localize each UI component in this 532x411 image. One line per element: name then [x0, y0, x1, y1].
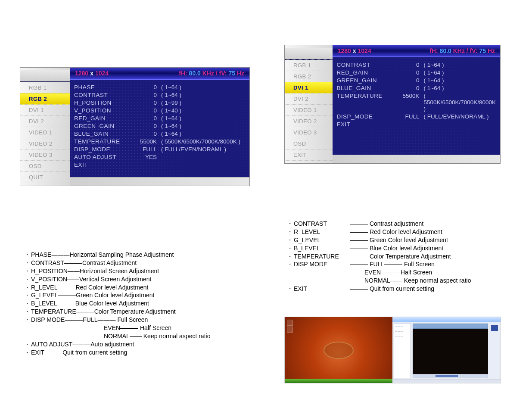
setting-name: EXIT [74, 162, 137, 168]
desc-dash: ——— [72, 340, 90, 349]
nav-item-video-1[interactable]: VIDEO 1 [20, 127, 70, 138]
setting-row-temperature[interactable]: TEMPERATURE5500K( 5500K/6500K/7000K/8000… [337, 92, 496, 112]
desc-dash: —— [67, 275, 79, 283]
nav-item-rgb-1[interactable]: RGB 1 [285, 59, 333, 71]
desc-term: G_LEVEL [31, 291, 58, 299]
nav-item-video-2[interactable]: VIDEO 2 [20, 138, 70, 149]
fh-unit: KHz / fV: [202, 70, 227, 77]
setting-row-red-gain[interactable]: RED_GAIN0( 1~64 ) [74, 114, 245, 122]
setting-name: GREEN_GAIN [337, 77, 400, 84]
fv-unit: Hz [488, 47, 495, 54]
setting-name: RED_GAIN [74, 115, 137, 121]
desc-dash: ——— [64, 259, 82, 267]
setting-row-exit[interactable]: EXIT [337, 120, 496, 128]
desc-line: EVEN——— Half Screen [24, 324, 265, 332]
setting-row-h-position[interactable]: H_POSITION0( 1~99 ) [74, 99, 245, 106]
setting-range: ( 1~64 ) [161, 92, 245, 98]
desc-line: ・V_POSITION—— Vertical Screen Adjustment [24, 275, 265, 283]
setting-row-temperature[interactable]: TEMPERATURE5500K( 5500K/6500K/7000K/8000… [74, 137, 245, 145]
fh-unit: KHz / fV: [453, 47, 478, 54]
desc-term: PHASE [31, 251, 51, 259]
nav-item-rgb-1[interactable]: RGB 1 [20, 82, 70, 93]
nav-item-rgb-2[interactable]: RGB 2 [20, 93, 70, 105]
desc-term: EXIT [294, 285, 350, 293]
desc-text: ——— Blue Color level Adjustment [350, 244, 443, 252]
setting-value: 0 [137, 123, 161, 129]
nav-item-osd[interactable]: OSD [285, 138, 333, 149]
desc-text: ——— Contrast adjustment [350, 220, 423, 228]
setting-row-disp-mode[interactable]: DISP_MODEFULL( FULL/EVEN/NORAML ) [337, 112, 496, 120]
setting-range: ( 5500K/6500K/7000K/8000K ) [424, 93, 496, 112]
setting-row-contrast[interactable]: CONTRAST0( 1~64 ) [74, 91, 245, 99]
nav-item-video-3[interactable]: VIDEO 3 [285, 127, 333, 138]
setting-row-auto-adjust[interactable]: AUTO ADJUSTYES [74, 153, 245, 161]
nav-item-video-3[interactable]: VIDEO 3 [20, 149, 70, 161]
desc-term: AUTO ADJUST [31, 340, 72, 349]
osd-nav-list-2: RGB 1RGB 2DVI 1DVI 2VIDEO 1VIDEO 2VIDEO … [285, 60, 333, 161]
osd-panel-rgb2: RGB 1RGB 2DVI 1DVI 2VIDEO 1VIDEO 2VIDEO … [20, 67, 250, 186]
setting-range: ( 1~64 ) [424, 69, 496, 76]
setting-row-v-position[interactable]: V_POSITION0( 1~40 ) [74, 106, 245, 114]
nav-item-dvi-1[interactable]: DVI 1 [20, 104, 70, 116]
bullet-icon: ・ [287, 220, 294, 228]
desc-text: Contrast Adjustment [82, 259, 137, 267]
desc-text: FULL——— Full Screen [83, 316, 148, 324]
setting-row-phase[interactable]: PHASE0( 1~64 ) [74, 83, 245, 91]
video-canvas-icon [413, 329, 488, 374]
bullet-icon: ・ [287, 236, 294, 244]
nav-item-video-1[interactable]: VIDEO 1 [285, 104, 333, 116]
res-w: 1280 [75, 70, 88, 77]
setting-row-red-gain[interactable]: RED_GAIN0( 1~64 ) [337, 68, 496, 76]
nav-item-dvi-2[interactable]: DVI 2 [20, 115, 70, 127]
setting-value: 0 [137, 100, 161, 106]
player-toolbar-icon [413, 324, 488, 329]
setting-range: ( 1~99 ) [161, 100, 245, 106]
setting-row-green-gain[interactable]: GREEN_GAIN0( 1~64 ) [74, 122, 245, 130]
setting-value: 0 [137, 115, 161, 121]
setting-row-contrast[interactable]: CONTRAST0( 1~64 ) [337, 61, 496, 68]
nav-item-video-2[interactable]: VIDEO 2 [285, 115, 333, 127]
res-h: 1024 [95, 70, 109, 77]
bullet-icon: ・ [24, 275, 31, 283]
nav-item-dvi-2[interactable]: DVI 2 [285, 93, 333, 105]
fv-val: 75 [227, 70, 237, 77]
setting-name: H_POSITION [74, 100, 137, 106]
setting-name: CONTRAST [337, 62, 400, 68]
setting-row-exit[interactable]: EXIT [74, 161, 245, 168]
setting-name: V_POSITION [74, 107, 137, 114]
bullet-icon: ・ [24, 316, 31, 324]
desc-text: Vertical Screen Adjustment [79, 275, 151, 283]
bullet-icon: ・ [24, 340, 31, 349]
nav-item-osd[interactable]: OSD [20, 160, 70, 172]
nav-item-quit[interactable]: QUIT [20, 171, 70, 183]
setting-row-green-gain[interactable]: GREEN_GAIN0( 1~64 ) [337, 76, 496, 84]
nav-item-dvi-1[interactable]: DVI 1 [285, 82, 333, 93]
setting-name: TEMPERATURE [74, 138, 137, 145]
fh-val: 80.0 [438, 47, 453, 54]
setting-row-blue-gain[interactable]: BLUE_GAIN0( 1~64 ) [74, 130, 245, 137]
desc-text: ——— Quit from current setting [350, 285, 434, 293]
fh-label: fH: [179, 70, 187, 77]
desc-text: ——— Color Temperature Adjustment [350, 252, 451, 261]
media-player-thumbnail: — — —— — —— — —— — —— — — [392, 317, 501, 383]
desc-text: Horizontal Screen Adjustment [80, 267, 159, 275]
desc-dash: ——— [65, 316, 83, 324]
desc-text: Green Color level Adjustment [76, 291, 154, 299]
nav-item-rgb-2[interactable]: RGB 2 [285, 71, 333, 82]
setting-row-blue-gain[interactable]: BLUE_GAIN0( 1~64 ) [337, 84, 496, 92]
setting-value: 0 [137, 131, 161, 137]
osd-sidebar: RGB 1RGB 2DVI 1DVI 2VIDEO 1VIDEO 2VIDEO … [285, 45, 333, 163]
setting-value [137, 162, 161, 168]
setting-name: GREEN_GAIN [74, 123, 137, 129]
setting-range [424, 121, 496, 128]
thumbnail-row: — — —— — —— — —— — —— — — [284, 317, 501, 383]
res-x: x [353, 47, 356, 54]
desc-text: ——— Green Color level Adjustment [350, 236, 448, 244]
desc-line: NORMAL—— Keep normal aspect ratio [24, 332, 265, 340]
setting-row-disp-mode[interactable]: DISP_MODEFULL( FULL/EVEN/NORAML ) [74, 145, 245, 153]
bullet-icon: ・ [287, 285, 294, 293]
explorer-sidebar-icon: — — —— — —— — —— — —— — — [394, 324, 411, 378]
desc-line: ・EXIT——— Quit from current setting [24, 349, 265, 357]
fv-unit: Hz [237, 70, 244, 77]
nav-item-exit[interactable]: EXIT [285, 149, 333, 161]
